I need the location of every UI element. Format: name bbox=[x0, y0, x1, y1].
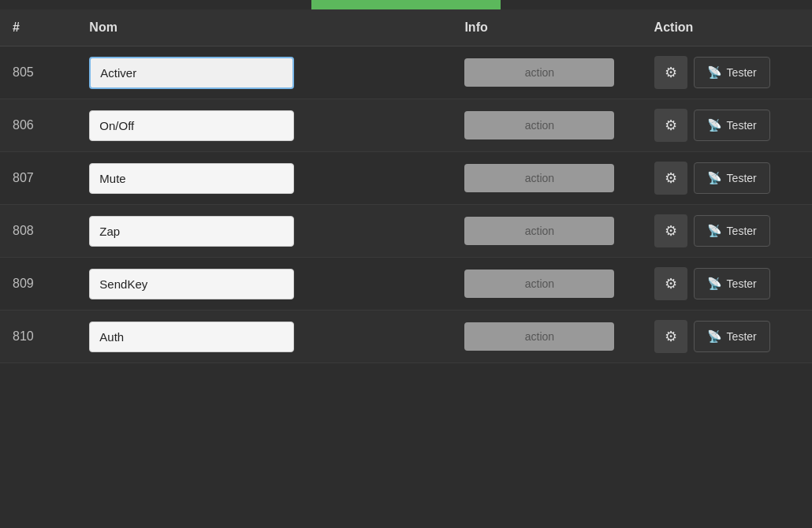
tester-label: Tester bbox=[727, 119, 757, 132]
tester-button[interactable]: 📡Tester bbox=[694, 162, 770, 194]
info-button[interactable]: action bbox=[464, 322, 614, 351]
nom-input[interactable] bbox=[89, 163, 294, 194]
row-id: 808 bbox=[0, 205, 76, 258]
row-info-cell: action bbox=[452, 258, 641, 310]
info-button[interactable]: action bbox=[464, 270, 614, 298]
row-action-cell: ⚙📡Tester bbox=[642, 99, 812, 152]
tester-button[interactable]: 📡Tester bbox=[694, 57, 770, 88]
header-hash: # bbox=[0, 9, 76, 46]
table-row: 809action⚙📡Tester bbox=[0, 258, 812, 310]
row-info-cell: action bbox=[452, 99, 641, 152]
table-row: 807action⚙📡Tester bbox=[0, 152, 812, 205]
row-info-cell: action bbox=[452, 46, 641, 99]
row-info-cell: action bbox=[452, 152, 641, 205]
info-button[interactable]: action bbox=[464, 58, 614, 87]
table-row: 806action⚙📡Tester bbox=[0, 99, 812, 152]
info-button[interactable]: action bbox=[464, 111, 614, 139]
signal-icon: 📡 bbox=[707, 65, 722, 80]
row-id: 810 bbox=[0, 310, 76, 363]
row-id: 807 bbox=[0, 152, 76, 205]
row-nom-cell bbox=[76, 205, 452, 258]
info-button[interactable]: action bbox=[464, 164, 614, 192]
header-action: Action bbox=[642, 9, 812, 46]
row-nom-cell bbox=[76, 258, 452, 310]
tester-label: Tester bbox=[727, 66, 757, 79]
top-bar bbox=[0, 0, 812, 9]
signal-icon: 📡 bbox=[707, 329, 722, 344]
tester-label: Tester bbox=[727, 277, 757, 290]
gear-icon[interactable]: ⚙ bbox=[654, 214, 687, 247]
tester-label: Tester bbox=[727, 225, 757, 237]
gear-icon[interactable]: ⚙ bbox=[654, 320, 687, 353]
row-nom-cell bbox=[76, 152, 452, 205]
row-action-cell: ⚙📡Tester bbox=[642, 46, 812, 99]
row-action-cell: ⚙📡Tester bbox=[642, 310, 812, 363]
table-row: 810action⚙📡Tester bbox=[0, 310, 812, 363]
row-action-cell: ⚙📡Tester bbox=[642, 152, 812, 205]
row-nom-cell bbox=[76, 310, 452, 363]
tester-button[interactable]: 📡Tester bbox=[694, 110, 770, 141]
tester-button[interactable]: 📡Tester bbox=[694, 321, 770, 352]
row-nom-cell bbox=[76, 46, 452, 99]
nom-input[interactable] bbox=[89, 269, 294, 299]
row-id: 805 bbox=[0, 46, 76, 99]
row-id: 806 bbox=[0, 99, 76, 152]
tester-button[interactable]: 📡Tester bbox=[694, 268, 770, 299]
row-action-cell: ⚙📡Tester bbox=[642, 258, 812, 310]
row-info-cell: action bbox=[452, 310, 641, 363]
nom-input[interactable] bbox=[89, 322, 294, 352]
signal-icon: 📡 bbox=[707, 277, 722, 291]
row-nom-cell bbox=[76, 99, 452, 152]
top-bar-accent bbox=[311, 0, 501, 9]
signal-icon: 📡 bbox=[707, 118, 722, 132]
tester-label: Tester bbox=[727, 330, 757, 343]
row-info-cell: action bbox=[452, 205, 641, 258]
tester-label: Tester bbox=[727, 172, 757, 184]
table-row: 808action⚙📡Tester bbox=[0, 205, 812, 258]
signal-icon: 📡 bbox=[707, 171, 722, 185]
nom-input[interactable] bbox=[89, 110, 294, 141]
main-table: # Nom Info Action 805action⚙📡Tester806ac… bbox=[0, 9, 812, 363]
info-button[interactable]: action bbox=[464, 217, 614, 245]
gear-icon[interactable]: ⚙ bbox=[654, 56, 687, 89]
gear-icon[interactable]: ⚙ bbox=[654, 109, 687, 142]
tester-button[interactable]: 📡Tester bbox=[694, 215, 770, 247]
nom-input[interactable] bbox=[89, 216, 294, 247]
nom-input[interactable] bbox=[89, 57, 294, 89]
signal-icon: 📡 bbox=[707, 224, 722, 238]
gear-icon[interactable]: ⚙ bbox=[654, 267, 687, 300]
table-row: 805action⚙📡Tester bbox=[0, 46, 812, 99]
row-id: 809 bbox=[0, 258, 76, 310]
gear-icon[interactable]: ⚙ bbox=[654, 162, 687, 195]
header-info: Info bbox=[452, 9, 641, 46]
row-action-cell: ⚙📡Tester bbox=[642, 205, 812, 258]
table-header-row: # Nom Info Action bbox=[0, 9, 812, 46]
header-nom: Nom bbox=[76, 9, 452, 46]
